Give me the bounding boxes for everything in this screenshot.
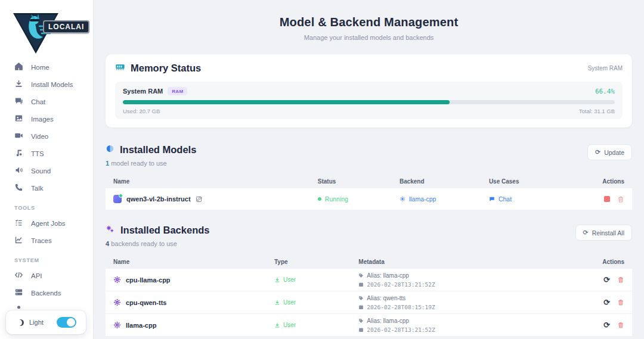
delete-backend-button[interactable] bbox=[617, 276, 624, 284]
memory-status-card: Memory Status System RAM System RAM RAM … bbox=[106, 54, 632, 127]
calendar-icon bbox=[358, 282, 364, 287]
backend-metadata: Alias: qwen-tts 2026-02-28T08:15:19Z bbox=[358, 294, 573, 312]
music-icon bbox=[14, 148, 23, 158]
backends-table: Name Type Metadata Actions cpu-llama-cpp… bbox=[106, 255, 632, 337]
models-table-header: Name Status Backend Use Cases Actions bbox=[106, 175, 632, 188]
theme-toggle-switch[interactable] bbox=[57, 317, 76, 328]
page-header: Model & Backend Management Manage your i… bbox=[106, 0, 632, 41]
reinstall-all-button[interactable]: ⟳ Reinstall All bbox=[575, 225, 633, 241]
ram-chip-icon bbox=[115, 62, 125, 74]
sidebar-section-system: SYSTEM bbox=[0, 249, 93, 267]
home-icon bbox=[14, 62, 23, 72]
system-ram-label: System RAM bbox=[123, 88, 163, 95]
gear-icon bbox=[113, 321, 121, 329]
model-row: qwen3-vl-2b-instruct Running llama-cpp C… bbox=[106, 188, 632, 210]
model-avatar-icon bbox=[113, 195, 122, 203]
ram-progress-fill bbox=[123, 100, 450, 104]
user-download-icon bbox=[274, 300, 280, 306]
user-download-icon bbox=[274, 277, 280, 283]
backends-count-suffix: backends ready to use bbox=[109, 240, 177, 247]
moon-icon bbox=[16, 319, 22, 326]
sidebar-item-traces[interactable]: Traces bbox=[0, 232, 93, 249]
edit-icon[interactable] bbox=[196, 195, 203, 203]
sidebar-item-talk[interactable]: Talk bbox=[0, 179, 93, 197]
sidebar-item-api[interactable]: API bbox=[0, 267, 93, 284]
col-use-cases: Use Cases bbox=[489, 178, 573, 185]
sidebar-item-chat[interactable]: Chat bbox=[0, 93, 93, 110]
ram-percent: 66.4% bbox=[595, 88, 615, 95]
download-icon bbox=[14, 79, 23, 89]
reinstall-backend-button[interactable]: ⟳ bbox=[603, 275, 610, 284]
sidebar-item-home[interactable]: Home bbox=[0, 58, 93, 76]
speaker-icon bbox=[14, 166, 23, 176]
model-use-case[interactable]: Chat bbox=[489, 195, 573, 203]
tag-icon bbox=[358, 296, 364, 301]
backend-type-badge: User bbox=[274, 299, 358, 306]
sidebar-item-video[interactable]: Video bbox=[0, 127, 93, 145]
col-status: Status bbox=[318, 178, 400, 185]
localai-logo[interactable]: LOCALAI bbox=[0, 0, 93, 57]
backend-metadata: Alias: llama-cpp 2026-02-28T13:21:52Z bbox=[358, 316, 573, 334]
gears-icon bbox=[106, 225, 115, 236]
code-icon bbox=[14, 270, 23, 281]
sidebar-item-backends[interactable]: Backends bbox=[0, 284, 93, 301]
backend-row: cpu-qwen-tts User Alias: qwen-tts 2026-0… bbox=[106, 291, 632, 314]
installed-models-section: Installed Models 1 model ready to use ⟳ … bbox=[106, 144, 632, 210]
models-icon bbox=[106, 144, 114, 155]
video-icon bbox=[14, 131, 23, 141]
backend-name: llama-cpp bbox=[126, 322, 156, 329]
model-name: qwen3-vl-2b-instruct bbox=[126, 195, 191, 203]
backend-metadata: Alias: llama-cpp 2026-02-28T13:21:52Z bbox=[358, 271, 573, 289]
ram-used: Used: 20.7 GB bbox=[123, 108, 160, 114]
delete-backend-button[interactable] bbox=[617, 298, 624, 306]
toggle-knob bbox=[67, 318, 75, 326]
delete-model-button[interactable] bbox=[617, 195, 624, 203]
backend-type-badge: User bbox=[274, 276, 358, 283]
gear-icon bbox=[400, 196, 405, 202]
backends-table-header: Name Type Metadata Actions bbox=[106, 255, 632, 269]
col-actions: Actions bbox=[602, 178, 624, 185]
installed-models-title: Installed Models bbox=[120, 144, 196, 155]
phone-icon bbox=[14, 183, 23, 193]
update-button[interactable]: ⟳ Update bbox=[587, 144, 632, 160]
sidebar-item-images[interactable]: Images bbox=[0, 110, 93, 127]
backend-row: llama-cpp User Alias: llama-cpp 2026-02-… bbox=[106, 314, 632, 337]
col-metadata: Metadata bbox=[358, 259, 573, 265]
page-title: Model & Backend Management bbox=[106, 15, 632, 29]
sidebar-item-agent-jobs[interactable]: Agent Jobs bbox=[0, 214, 93, 232]
user-download-icon bbox=[274, 322, 280, 328]
memory-header-right: System RAM bbox=[588, 65, 623, 71]
col-actions: Actions bbox=[602, 259, 624, 265]
system-ram-panel: System RAM RAM 66.4% Used: 20.7 GB Total… bbox=[115, 82, 623, 119]
checklist-icon bbox=[14, 218, 23, 228]
model-backend-link[interactable]: llama-cpp bbox=[400, 195, 489, 203]
backend-row: cpu-llama-cpp User Alias: llama-cpp 2026… bbox=[106, 269, 632, 291]
stop-model-button[interactable] bbox=[604, 196, 610, 202]
sidebar-item-tts[interactable]: TTS bbox=[0, 145, 93, 162]
server-icon bbox=[14, 288, 23, 298]
chat-icon bbox=[14, 97, 23, 107]
image-icon bbox=[14, 114, 23, 124]
sidebar-item-install-models[interactable]: Install Models bbox=[0, 76, 93, 93]
calendar-icon bbox=[358, 327, 364, 332]
col-name: Name bbox=[113, 178, 318, 185]
tag-icon bbox=[358, 273, 364, 278]
ram-progress-track bbox=[123, 100, 615, 104]
ram-total: Total: 31.1 GB bbox=[579, 108, 615, 114]
reinstall-backend-button[interactable]: ⟳ bbox=[603, 321, 610, 329]
main-content: Model & Backend Management Manage your i… bbox=[94, 0, 644, 339]
trend-chart-icon bbox=[14, 235, 23, 245]
refresh-icon: ⟳ bbox=[595, 148, 600, 156]
gear-icon bbox=[113, 298, 121, 306]
models-table: Name Status Backend Use Cases Actions qw… bbox=[106, 175, 632, 210]
status-dot-icon bbox=[318, 197, 321, 201]
calendar-icon bbox=[358, 304, 364, 310]
backend-name: cpu-llama-cpp bbox=[126, 276, 171, 284]
reinstall-backend-button[interactable]: ⟳ bbox=[603, 298, 610, 307]
sidebar-item-sound[interactable]: Sound bbox=[0, 162, 93, 179]
theme-toggle-label: Light bbox=[29, 319, 51, 326]
ram-badge: RAM bbox=[168, 87, 187, 95]
memory-status-title: Memory Status bbox=[131, 63, 201, 74]
models-count-suffix: model ready to use bbox=[109, 160, 167, 167]
delete-backend-button[interactable] bbox=[617, 321, 624, 329]
